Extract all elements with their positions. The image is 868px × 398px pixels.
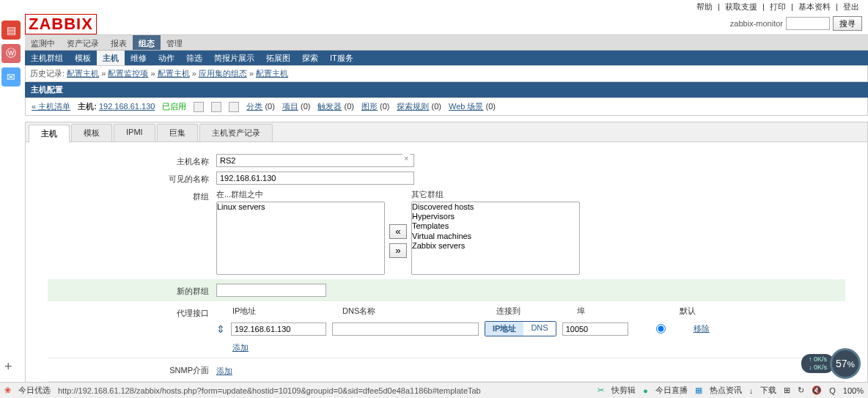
sidebar-icon-1[interactable]: ▤ xyxy=(1,21,21,40)
other-groups-header: 其它群组 xyxy=(411,189,580,200)
status-today[interactable]: 今日优选 xyxy=(18,385,51,396)
statusbar: ❀ 今日优选 http://192.168.61.128/zabbix/host… xyxy=(0,382,868,398)
subnav-actions[interactable]: 动作 xyxy=(152,51,180,65)
iface-remove-link[interactable]: 移除 xyxy=(694,323,710,334)
col-connect: 连接到 xyxy=(496,306,577,317)
status-icon-refresh[interactable]: ↻ xyxy=(798,386,804,395)
iface-ip-input[interactable] xyxy=(231,323,326,336)
link-help[interactable]: 帮助 xyxy=(696,2,713,11)
agent-add-link[interactable]: 添加 xyxy=(232,342,249,353)
link-applications[interactable]: 分类 xyxy=(246,102,262,111)
bc-1[interactable]: 配置监控项 xyxy=(108,69,148,78)
main-nav: 监测中 资产记录 报表 组态 管理 xyxy=(25,34,868,51)
snmp-add-link[interactable]: 添加 xyxy=(216,366,232,377)
sub-nav: 主机群组 模板 主机 维修 动作 筛选 简报片展示 拓展图 探索 IT服务 xyxy=(25,51,868,65)
sidebar-icon-weibo[interactable]: ⓦ xyxy=(1,44,21,63)
subnav-maintenance[interactable]: 维修 xyxy=(125,51,152,65)
col-dns: DNS名称 xyxy=(342,306,496,317)
subnav-hostgroups[interactable]: 主机群组 xyxy=(25,51,69,65)
status-link-3[interactable]: 下载 xyxy=(760,385,776,396)
groups-label: 群组 xyxy=(48,189,216,202)
nav-config[interactable]: 组态 xyxy=(133,35,161,50)
nav-reports[interactable]: 报表 xyxy=(105,35,133,50)
nav-monitor[interactable]: 监测中 xyxy=(25,35,61,50)
status-icon-3 xyxy=(229,102,239,112)
hostname-input[interactable] xyxy=(216,154,414,167)
nav-inventory[interactable]: 资产记录 xyxy=(61,35,105,50)
link-print[interactable]: 打印 xyxy=(770,2,786,11)
tab-host[interactable]: 主机 xyxy=(29,125,70,142)
status-link-1[interactable]: 今日直播 xyxy=(655,385,688,396)
tab-inventory[interactable]: 主机资产记录 xyxy=(199,124,273,141)
page-title: 主机配置 xyxy=(25,82,868,97)
subnav-templates[interactable]: 模板 xyxy=(69,51,97,65)
tab-macros[interactable]: 巨集 xyxy=(157,124,198,141)
newgroup-label: 新的群组 xyxy=(48,284,216,297)
speed-gauge[interactable]: 57% xyxy=(830,348,861,379)
link-web[interactable]: Web 场景 xyxy=(449,102,483,111)
bc-2[interactable]: 配置主机 xyxy=(158,69,190,78)
link-items[interactable]: 项目 xyxy=(282,102,298,111)
status-link-2[interactable]: 热点资讯 xyxy=(710,385,742,396)
search-button[interactable]: 搜寻 xyxy=(833,16,862,31)
subnav-discovery[interactable]: 探索 xyxy=(296,51,324,65)
bc-0[interactable]: 配置主机 xyxy=(67,69,99,78)
nav-admin[interactable]: 管理 xyxy=(161,35,188,50)
host-ip-link[interactable]: 192.168.61.130 xyxy=(99,102,155,111)
status-zoom[interactable]: 100% xyxy=(843,386,864,395)
tab-ipmi[interactable]: IPMI xyxy=(114,124,155,141)
bc-3[interactable]: 应用集的组态 xyxy=(199,69,247,78)
subnav-filters[interactable]: 筛选 xyxy=(180,51,208,65)
clear-hostname-icon[interactable]: × xyxy=(402,154,410,163)
other-groups-select[interactable]: Discovered hosts Hypervisors Templates V… xyxy=(411,202,580,275)
server-name: zabbix-monitor xyxy=(730,19,783,28)
visiblename-label: 可见的名称 xyxy=(48,172,216,185)
col-default: 默认 xyxy=(680,306,724,317)
toggle-dns[interactable]: DNS xyxy=(523,322,555,336)
subnav-itservices[interactable]: IT服务 xyxy=(324,51,359,65)
tabs: 主机 模板 IPMI 巨集 主机资产记录 xyxy=(26,122,867,142)
status-url: http://192.168.61.128/zabbix/hosts.php?f… xyxy=(58,386,481,395)
subnav-slides[interactable]: 简报片展示 xyxy=(208,51,260,65)
visiblename-input[interactable] xyxy=(216,172,414,185)
link-support[interactable]: 获取支援 xyxy=(725,2,757,11)
link-discovery[interactable]: 探索规则 xyxy=(397,102,429,111)
status-icon-1 xyxy=(194,102,204,112)
status-icon-sound[interactable]: 🔇 xyxy=(812,386,822,395)
logo: ZABBIX xyxy=(25,14,97,34)
proxy-label: 代理接口 xyxy=(48,306,216,319)
link-logout[interactable]: 登出 xyxy=(843,2,859,11)
plus-icon[interactable]: + xyxy=(4,359,12,375)
connect-toggle: IP地址 DNS xyxy=(485,321,556,336)
drag-handle-icon[interactable]: ⇕ xyxy=(216,323,225,335)
sidebar-icon-chat[interactable]: ✉ xyxy=(1,67,21,86)
breadcrumb: 历史记录: 配置主机 » 配置监控项 » 配置主机 » 应用集的组态 » 配置主… xyxy=(25,65,868,82)
iface-default-radio[interactable] xyxy=(656,324,666,333)
iface-dns-input[interactable] xyxy=(332,323,479,336)
bc-4[interactable]: 配置主机 xyxy=(256,69,288,78)
subnav-maps[interactable]: 拓展图 xyxy=(260,51,296,65)
search-input[interactable] xyxy=(786,17,830,30)
link-profile[interactable]: 基本资料 xyxy=(798,2,831,11)
move-right-button[interactable]: » xyxy=(389,243,407,258)
hostname-label: 主机名称 xyxy=(48,154,216,167)
link-graphs[interactable]: 图形 xyxy=(361,102,378,111)
snmp-label: SNMP介面 xyxy=(48,363,216,376)
status-icon-2 xyxy=(211,102,221,112)
subnav-hosts[interactable]: 主机 xyxy=(97,51,125,65)
infobar: « 主机清单 主机: 192.168.61.130 已启用 分类 (0) 项目 … xyxy=(25,97,868,116)
status-link-0[interactable]: 快剪辑 xyxy=(611,385,636,396)
move-left-button[interactable]: « xyxy=(389,224,407,239)
speed-widget: ↑ 0K/s ↓ 0K/s 57% xyxy=(801,348,861,379)
in-groups-select[interactable]: Linux servers xyxy=(216,202,385,275)
status-enabled: 已启用 xyxy=(162,101,186,112)
host-list-link[interactable]: « 主机清单 xyxy=(32,101,70,112)
tab-templates[interactable]: 模板 xyxy=(71,124,112,141)
newgroup-input[interactable] xyxy=(216,284,326,297)
col-port: 埠 xyxy=(577,306,680,317)
toggle-ip[interactable]: IP地址 xyxy=(485,322,523,336)
status-icon-ext[interactable]: ⊞ xyxy=(784,386,790,395)
top-links: 帮助 | 获取支援 | 打印 | 基本资料 | 登出 xyxy=(694,1,862,12)
link-triggers[interactable]: 触发器 xyxy=(317,102,342,111)
iface-port-input[interactable] xyxy=(562,323,628,336)
